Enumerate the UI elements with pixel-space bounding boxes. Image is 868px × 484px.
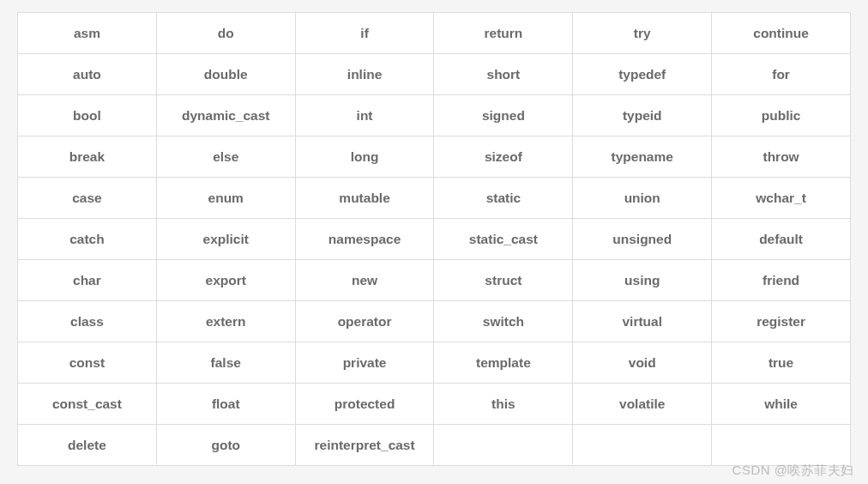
- table-cell: explicit: [156, 219, 295, 260]
- table-cell: wchar_t: [712, 178, 851, 219]
- table-cell: public: [712, 95, 851, 136]
- table-cell: inline: [295, 54, 434, 95]
- table-row: class extern operator switch virtual reg…: [18, 301, 851, 342]
- table-cell: goto: [156, 425, 295, 466]
- table-cell: true: [712, 342, 851, 384]
- table-cell: if: [295, 13, 434, 54]
- table-cell: int: [295, 95, 434, 136]
- table-cell: for: [712, 54, 851, 95]
- table-cell: void: [573, 342, 712, 384]
- table-cell: catch: [18, 219, 157, 260]
- table-cell: char: [18, 260, 157, 301]
- table-cell: float: [156, 384, 295, 425]
- table-cell: template: [434, 342, 573, 384]
- table-cell: volatile: [573, 384, 712, 425]
- keywords-table: asm do if return try continue auto doubl…: [17, 12, 851, 466]
- table-row: bool dynamic_cast int signed typeid publ…: [18, 95, 851, 136]
- table-cell: operator: [295, 301, 434, 342]
- table-cell: do: [156, 13, 295, 54]
- table-cell: union: [573, 178, 712, 219]
- table-cell: throw: [712, 136, 851, 178]
- table-cell: continue: [712, 13, 851, 54]
- table-cell: static_cast: [434, 219, 573, 260]
- table-cell: typeid: [573, 95, 712, 136]
- table-cell: break: [18, 136, 157, 178]
- table-cell-empty: [573, 425, 712, 466]
- table-cell: static: [434, 178, 573, 219]
- table-row: break else long sizeof typename throw: [18, 136, 851, 178]
- table-cell: register: [712, 301, 851, 342]
- table-cell: signed: [434, 95, 573, 136]
- table-cell: case: [18, 178, 157, 219]
- table-cell: short: [434, 54, 573, 95]
- table-cell: false: [156, 342, 295, 384]
- table-cell: long: [295, 136, 434, 178]
- table-cell: sizeof: [434, 136, 573, 178]
- table-cell: mutable: [295, 178, 434, 219]
- table-cell: delete: [18, 425, 157, 466]
- table-cell: class: [18, 301, 157, 342]
- table-cell: bool: [18, 95, 157, 136]
- table-cell: export: [156, 260, 295, 301]
- table-row: auto double inline short typedef for: [18, 54, 851, 95]
- table-cell: asm: [18, 13, 157, 54]
- table-cell: reinterpret_cast: [295, 425, 434, 466]
- table-cell: enum: [156, 178, 295, 219]
- table-cell: return: [434, 13, 573, 54]
- table-cell: protected: [295, 384, 434, 425]
- table-cell: using: [573, 260, 712, 301]
- table-cell: else: [156, 136, 295, 178]
- table-row: const_cast float protected this volatile…: [18, 384, 851, 425]
- table-cell: namespace: [295, 219, 434, 260]
- table-row: asm do if return try continue: [18, 13, 851, 54]
- table-cell: private: [295, 342, 434, 384]
- table-cell: auto: [18, 54, 157, 95]
- table-cell: virtual: [573, 301, 712, 342]
- table-cell-empty: [434, 425, 573, 466]
- table-cell: dynamic_cast: [156, 95, 295, 136]
- table-cell: struct: [434, 260, 573, 301]
- table-row: case enum mutable static union wchar_t: [18, 178, 851, 219]
- table-row: catch explicit namespace static_cast uns…: [18, 219, 851, 260]
- table-cell: typename: [573, 136, 712, 178]
- table-cell: typedef: [573, 54, 712, 95]
- table-row: const false private template void true: [18, 342, 851, 384]
- table-cell: unsigned: [573, 219, 712, 260]
- table-cell: try: [573, 13, 712, 54]
- table-cell-empty: [712, 425, 851, 466]
- table-cell: while: [712, 384, 851, 425]
- table-cell: default: [712, 219, 851, 260]
- table-row: char export new struct using friend: [18, 260, 851, 301]
- table-cell: this: [434, 384, 573, 425]
- table-cell: const_cast: [18, 384, 157, 425]
- table-cell: new: [295, 260, 434, 301]
- table-row: delete goto reinterpret_cast: [18, 425, 851, 466]
- table-cell: double: [156, 54, 295, 95]
- table-cell: switch: [434, 301, 573, 342]
- table-cell: const: [18, 342, 157, 384]
- table-cell: extern: [156, 301, 295, 342]
- table-cell: friend: [712, 260, 851, 301]
